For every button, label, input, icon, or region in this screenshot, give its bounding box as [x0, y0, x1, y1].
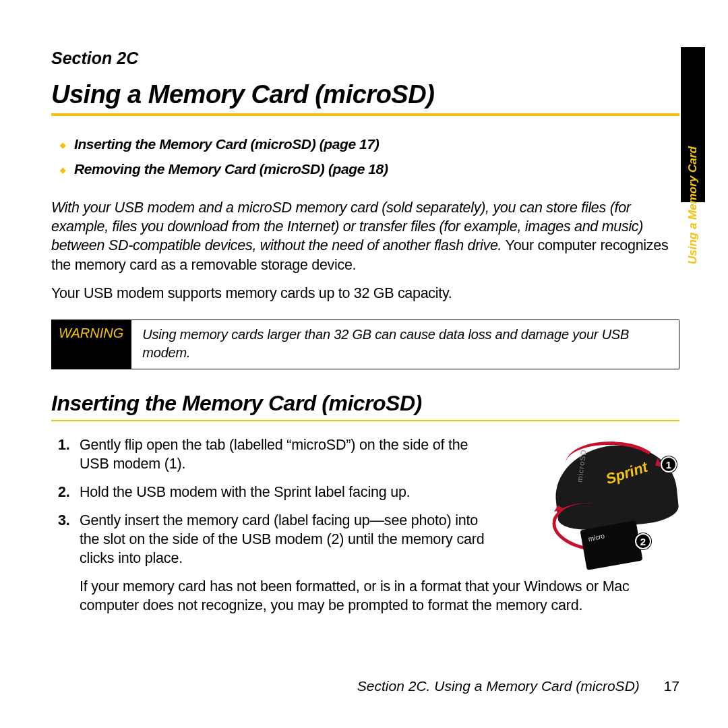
step-item: 3. Gently insert the memory card (label … [51, 512, 679, 568]
side-tab: Using a Memory Card [681, 47, 705, 202]
footer-text: Section 2C. Using a Memory Card (microSD… [357, 678, 640, 694]
sub-rule [51, 420, 679, 421]
warning-box: WARNING Using memory cards larger than 3… [51, 320, 679, 369]
step-item: 1. Gently flip open the tab (labelled “m… [51, 436, 679, 474]
step-item: 2. Hold the USB modem with the Sprint la… [51, 483, 679, 502]
step-number: 2. [58, 483, 70, 502]
steps-list: 1. Gently flip open the tab (labelled “m… [51, 436, 679, 615]
capacity-note: Your USB modem supports memory cards up … [51, 285, 679, 302]
warning-text: Using memory cards larger than 32 GB can… [131, 320, 679, 369]
step-text: Gently flip open the tab (labelled “micr… [80, 436, 497, 474]
step-text: Gently insert the memory card (label fac… [80, 512, 497, 568]
toc-item[interactable]: Removing the Memory Card (microSD) (page… [51, 157, 679, 182]
page-title: Using a Memory Card (microSD) [51, 80, 679, 109]
page-footer: Section 2C. Using a Memory Card (microSD… [357, 678, 679, 694]
steps-area: Sprint microSD micro 1 2 1. Gently flip … [51, 436, 679, 615]
side-tab-label: Using a Memory Card [686, 116, 700, 264]
toc-item[interactable]: Inserting the Memory Card (microSD) (pag… [51, 132, 679, 157]
step-text: Hold the USB modem with the Sprint label… [80, 483, 497, 502]
section-label: Section 2C [51, 49, 679, 68]
warning-label: WARNING [52, 320, 131, 369]
step-text: If your memory card has not been formatt… [80, 578, 679, 615]
step-number: 3. [58, 512, 70, 530]
toc-list: Inserting the Memory Card (microSD) (pag… [51, 132, 679, 182]
intro-paragraph: With your USB modem and a microSD memory… [51, 198, 679, 275]
subheading: Inserting the Memory Card (microSD) [51, 391, 679, 416]
title-rule [51, 113, 679, 116]
step-continuation: If your memory card has not been formatt… [51, 578, 679, 615]
page-number: 17 [664, 678, 679, 694]
step-number: 1. [58, 436, 70, 455]
